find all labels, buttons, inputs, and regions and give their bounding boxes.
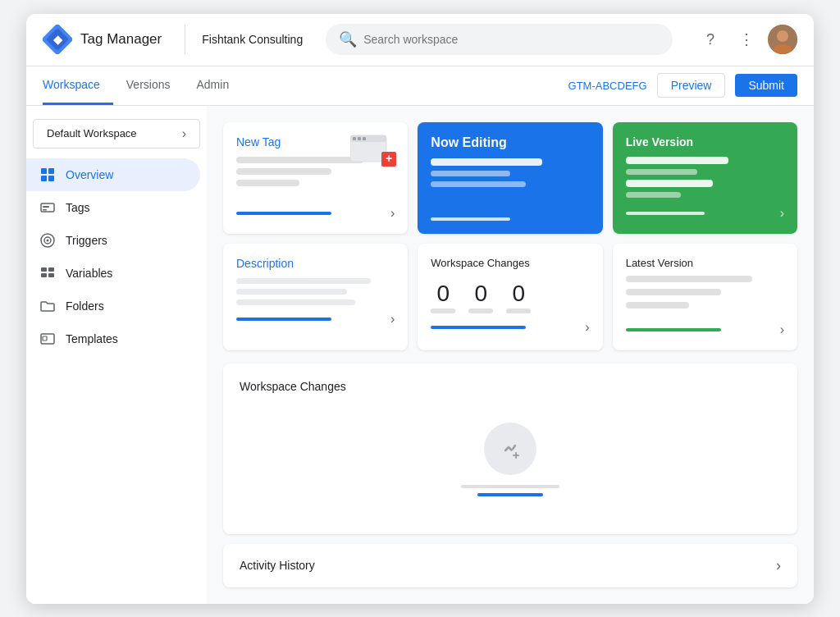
- activity-history-title: Activity History: [240, 559, 315, 572]
- svg-rect-24: [353, 137, 356, 140]
- workspace-changes-small-title: Workspace Changes: [431, 257, 589, 269]
- avatar[interactable]: [768, 25, 797, 54]
- submit-button[interactable]: Submit: [735, 74, 797, 97]
- new-tag-card[interactable]: New Tag: [223, 122, 408, 234]
- empty-state-icon: [484, 423, 536, 475]
- content-area: New Tag: [207, 106, 814, 604]
- sidebar-item-overview[interactable]: Overview: [26, 158, 200, 191]
- svg-rect-16: [41, 267, 47, 272]
- latest-version-card-footer: ›: [626, 322, 784, 337]
- preview-button[interactable]: Preview: [657, 73, 726, 98]
- account-name: Fishtank Consulting: [202, 33, 303, 46]
- svg-rect-18: [41, 273, 47, 277]
- card-arrow-icon: ›: [780, 206, 784, 221]
- workspace-changes-small-card[interactable]: Workspace Changes 0 0 0: [418, 244, 602, 350]
- sidebar-item-label-folders: Folders: [66, 299, 104, 313]
- sidebar-item-label-triggers: Triggers: [66, 234, 107, 247]
- live-version-card-footer: ›: [626, 206, 784, 221]
- change-num-1: 0: [468, 282, 493, 313]
- card-progress-bar: [626, 212, 705, 215]
- sidebar-item-triggers[interactable]: Triggers: [26, 224, 200, 257]
- app-title: Tag Manager: [80, 31, 162, 48]
- new-tag-illustration: +: [350, 132, 398, 167]
- svg-rect-25: [358, 137, 361, 140]
- tab-versions[interactable]: Versions: [113, 66, 184, 105]
- search-icon: 🔍: [339, 30, 357, 48]
- triggers-icon: [39, 232, 56, 249]
- svg-rect-19: [48, 273, 54, 277]
- logo-area: ◆ Tag Manager: [43, 25, 162, 54]
- description-card[interactable]: Description ›: [223, 244, 408, 350]
- change-label-1: [468, 308, 493, 313]
- change-label-0: [431, 308, 455, 313]
- now-editing-card[interactable]: Now Editing: [418, 122, 602, 234]
- svg-rect-8: [41, 176, 47, 181]
- nav-tabs: Workspace Versions Admin GTM-ABCDEFG Pre…: [26, 66, 814, 106]
- empty-bar: [461, 485, 559, 488]
- header-divider: [185, 25, 185, 54]
- nav-right-actions: GTM-ABCDEFG Preview Submit: [568, 73, 797, 98]
- help-button[interactable]: ?: [696, 25, 725, 54]
- sidebar-item-variables[interactable]: Variables: [26, 257, 200, 290]
- latest-version-card[interactable]: Latest Version ›: [613, 244, 797, 350]
- overview-icon: [39, 167, 56, 183]
- gtm-id[interactable]: GTM-ABCDEFG: [568, 80, 647, 92]
- live-version-card[interactable]: Live Version ›: [613, 122, 797, 234]
- card-line: [236, 157, 363, 163]
- activity-history-row[interactable]: Activity History ›: [223, 544, 797, 587]
- description-card-footer: ›: [236, 312, 395, 327]
- templates-icon: [39, 331, 56, 347]
- header-actions: ? ⋮: [696, 25, 797, 54]
- card-line: [626, 157, 729, 164]
- change-count-1: 0: [475, 282, 488, 305]
- sidebar-item-templates[interactable]: Templates: [26, 322, 200, 355]
- sidebar-item-tags[interactable]: Tags: [26, 191, 200, 224]
- folders-icon: [39, 298, 56, 314]
- tab-admin[interactable]: Admin: [183, 66, 242, 105]
- new-tag-card-footer: ›: [236, 206, 395, 221]
- main-content: Default Workspace › Overview: [26, 106, 814, 604]
- card-line: [431, 158, 541, 166]
- change-num-0: 0: [431, 282, 455, 313]
- svg-text:◆: ◆: [52, 33, 63, 46]
- description-card-title: Description: [236, 257, 395, 270]
- now-editing-card-footer: [431, 217, 589, 221]
- tab-workspace[interactable]: Workspace: [43, 66, 113, 105]
- change-count-0: 0: [437, 282, 450, 305]
- search-bar[interactable]: 🔍: [326, 24, 673, 55]
- live-version-lines: [626, 157, 784, 198]
- sidebar-item-label-templates: Templates: [66, 332, 118, 345]
- svg-rect-21: [43, 336, 47, 340]
- card-arrow-icon: ›: [390, 206, 395, 221]
- workspace-selector[interactable]: Default Workspace ›: [33, 119, 200, 149]
- cards-row: New Tag: [223, 122, 797, 350]
- sidebar-item-folders[interactable]: Folders: [26, 290, 200, 322]
- svg-text:+: +: [386, 152, 392, 165]
- sidebar-item-label-tags: Tags: [66, 201, 90, 214]
- svg-rect-26: [363, 137, 366, 140]
- card-progress-bar: [236, 212, 331, 215]
- card-line: [626, 289, 721, 295]
- card-progress-bar: [626, 328, 721, 331]
- activity-history-arrow-icon: ›: [776, 557, 781, 574]
- changes-numbers: 0 0 0: [431, 282, 589, 313]
- card-line: [626, 192, 682, 198]
- card-line: [431, 181, 526, 187]
- search-input[interactable]: [363, 33, 660, 46]
- desc-line: [236, 299, 355, 305]
- now-editing-lines: [431, 158, 589, 209]
- svg-rect-17: [48, 267, 54, 272]
- svg-rect-12: [43, 209, 47, 211]
- card-line: [626, 180, 713, 187]
- latest-version-lines: [626, 276, 784, 314]
- card-progress-bar: [236, 318, 331, 321]
- svg-rect-6: [41, 168, 47, 174]
- app-header: ◆ Tag Manager Fishtank Consulting 🔍 ? ⋮: [26, 14, 814, 66]
- change-count-2: 0: [513, 282, 526, 305]
- workspace-changes-section-title: Workspace Changes: [240, 380, 781, 393]
- card-line: [236, 180, 299, 186]
- tags-icon: [39, 199, 56, 216]
- description-lines: [236, 278, 395, 305]
- sidebar-item-label-overview: Overview: [66, 168, 113, 181]
- more-options-button[interactable]: ⋮: [732, 25, 761, 54]
